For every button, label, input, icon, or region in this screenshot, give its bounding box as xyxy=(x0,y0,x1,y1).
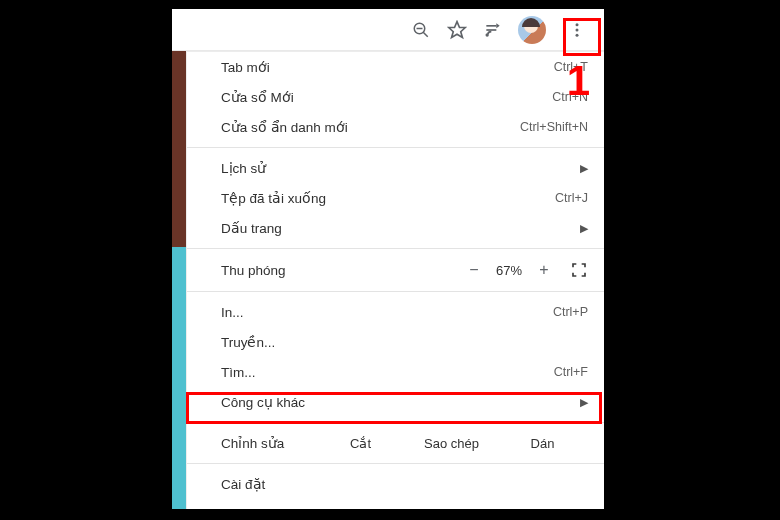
menu-separator xyxy=(187,463,604,464)
menu-separator xyxy=(187,422,604,423)
zoom-out-button[interactable]: − xyxy=(462,261,486,279)
menu-label: Trợ giúp xyxy=(221,506,572,509)
browser-toolbar xyxy=(172,9,604,51)
menu-label: Lịch sử xyxy=(221,160,572,176)
menu-item-more-tools[interactable]: Công cụ khác ▶ xyxy=(187,387,604,417)
menu-item-settings[interactable]: Cài đặt xyxy=(187,469,604,499)
menu-separator xyxy=(187,291,604,292)
svg-marker-3 xyxy=(449,21,466,37)
menu-item-help[interactable]: Trợ giúp ▶ xyxy=(187,499,604,509)
chevron-right-icon: ▶ xyxy=(572,162,588,175)
menu-label: Dấu trang xyxy=(221,220,572,236)
menu-shortcut: Ctrl+J xyxy=(547,191,588,205)
annotation-step-number: 1 xyxy=(567,57,590,105)
chevron-right-icon: ▶ xyxy=(572,508,588,510)
fullscreen-icon[interactable] xyxy=(570,261,588,279)
menu-label: Truyền... xyxy=(221,334,588,350)
menu-item-bookmarks[interactable]: Dấu trang ▶ xyxy=(187,213,604,243)
avatar-icon[interactable] xyxy=(518,16,546,44)
menu-label: Tìm... xyxy=(221,365,546,380)
menu-separator xyxy=(187,147,604,148)
menu-label: Cửa sổ Mới xyxy=(221,89,544,105)
menu-item-find[interactable]: Tìm... Ctrl+F xyxy=(187,357,604,387)
menu-shortcut: Ctrl+F xyxy=(546,365,588,379)
menu-item-new-tab[interactable]: Tab mới Ctrl+T xyxy=(187,52,604,82)
zoom-value: 67% xyxy=(486,263,532,278)
menu-item-new-window[interactable]: Cửa sổ Mới Ctrl+N xyxy=(187,82,604,112)
edit-label: Chỉnh sửa xyxy=(221,435,315,451)
page-background-strip xyxy=(172,51,186,509)
menu-item-zoom: Thu phóng − 67% + xyxy=(187,254,604,286)
more-menu-button[interactable] xyxy=(560,13,594,47)
menu-label: Công cụ khác xyxy=(221,394,572,410)
svg-point-9 xyxy=(576,33,579,36)
svg-point-6 xyxy=(486,33,489,36)
media-control-icon[interactable] xyxy=(482,19,504,41)
menu-item-downloads[interactable]: Tệp đã tải xuống Ctrl+J xyxy=(187,183,604,213)
menu-label: Tệp đã tải xuống xyxy=(221,190,547,206)
svg-point-8 xyxy=(576,28,579,31)
svg-point-7 xyxy=(576,23,579,26)
menu-shortcut: Ctrl+P xyxy=(545,305,588,319)
menu-label: Cài đặt xyxy=(221,476,588,492)
menu-label: In... xyxy=(221,305,545,320)
edit-copy-button[interactable]: Sao chép xyxy=(406,436,497,451)
menu-label: Cửa sổ ẩn danh mới xyxy=(221,119,512,135)
chrome-main-menu: Tab mới Ctrl+T Cửa sổ Mới Ctrl+N Cửa sổ … xyxy=(186,51,604,509)
menu-item-print[interactable]: In... Ctrl+P xyxy=(187,297,604,327)
zoom-in-button[interactable]: + xyxy=(532,261,556,279)
menu-item-incognito[interactable]: Cửa sổ ẩn danh mới Ctrl+Shift+N xyxy=(187,112,604,142)
chevron-right-icon: ▶ xyxy=(572,222,588,235)
svg-line-1 xyxy=(423,32,428,37)
menu-item-history[interactable]: Lịch sử ▶ xyxy=(187,153,604,183)
edit-paste-button[interactable]: Dán xyxy=(497,436,588,451)
menu-label: Tab mới xyxy=(221,59,546,75)
menu-separator xyxy=(187,248,604,249)
menu-item-edit: Chỉnh sửa Cắt Sao chép Dán xyxy=(187,428,604,458)
star-icon[interactable] xyxy=(446,19,468,41)
edit-cut-button[interactable]: Cắt xyxy=(315,436,406,451)
menu-shortcut: Ctrl+Shift+N xyxy=(512,120,588,134)
chevron-right-icon: ▶ xyxy=(572,396,588,409)
zoom-label: Thu phóng xyxy=(221,263,462,278)
zoom-out-icon[interactable] xyxy=(410,19,432,41)
menu-item-cast[interactable]: Truyền... xyxy=(187,327,604,357)
